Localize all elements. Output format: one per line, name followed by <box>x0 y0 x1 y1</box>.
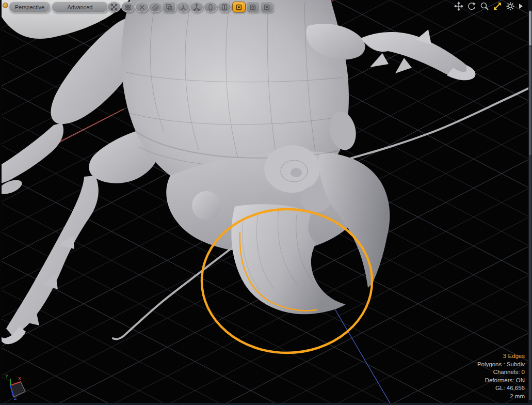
tripod-axis-icon[interactable] <box>176 2 190 12</box>
viewport-nav-controls <box>454 2 524 11</box>
hatch-lines-icon[interactable] <box>149 2 162 12</box>
action-center-active-icon[interactable] <box>232 2 246 12</box>
scrollbar-segment <box>529 46 531 155</box>
zoom-icon[interactable] <box>480 2 489 11</box>
bottom-window-border <box>0 403 532 405</box>
viewport-3d[interactable] <box>0 0 532 405</box>
head-tubercle <box>264 145 320 193</box>
polygon-type: Polygons : Subdiv <box>477 361 525 369</box>
scrollbar-thumb[interactable] <box>529 11 531 45</box>
shading-mode-label: Advanced <box>68 4 93 10</box>
action-center-filled-icon[interactable] <box>260 2 273 12</box>
expand-arrow-icon[interactable] <box>519 2 524 11</box>
viewport-thumb-widget[interactable] <box>3 3 8 8</box>
shading-mode-dropdown[interactable]: Advanced <box>52 2 108 12</box>
z-axis-label: Z <box>14 396 17 401</box>
maximize-icon[interactable] <box>493 2 502 11</box>
view-mode-dropdown[interactable]: Perspective <box>9 2 51 12</box>
gl-polygon-count: GL: 46,656 <box>477 384 525 393</box>
view-mode-label: Perspective <box>15 4 44 10</box>
wireframe-overlay-icon[interactable] <box>163 2 176 12</box>
checker-shade-icon[interactable] <box>107 2 121 12</box>
pan-icon[interactable] <box>454 2 463 11</box>
right-panel-border <box>528 0 532 403</box>
tripod-vertex-icon[interactable] <box>190 2 203 12</box>
axis-gizmo[interactable]: Y X Z <box>3 368 36 404</box>
selection-count: 3 Edges <box>477 352 525 361</box>
vertex-dots-icon[interactable] <box>121 2 135 12</box>
ghost-x-icon[interactable] <box>135 2 149 12</box>
single-loop-icon[interactable] <box>204 2 217 12</box>
double-loop-icon[interactable] <box>218 2 231 12</box>
left-mandible-joint <box>192 191 221 220</box>
grid-size: 2 mm <box>477 393 525 401</box>
action-center-icon[interactable] <box>246 2 260 12</box>
channels-count: Channels: 0 <box>477 368 525 377</box>
deformers-state: Deformers: ON <box>477 377 525 385</box>
head-tubercle-center <box>291 168 302 177</box>
modeling-viewport-window: Perspective Advanced <box>0 0 532 405</box>
x-axis-label: X <box>18 376 21 381</box>
viewport-status-readout: 3 Edges Polygons : Subdiv Channels: 0 De… <box>477 352 525 400</box>
gear-icon[interactable] <box>506 2 515 11</box>
left-window-border <box>0 0 2 405</box>
orbit-icon[interactable] <box>467 2 476 11</box>
y-axis-label: Y <box>5 373 8 379</box>
